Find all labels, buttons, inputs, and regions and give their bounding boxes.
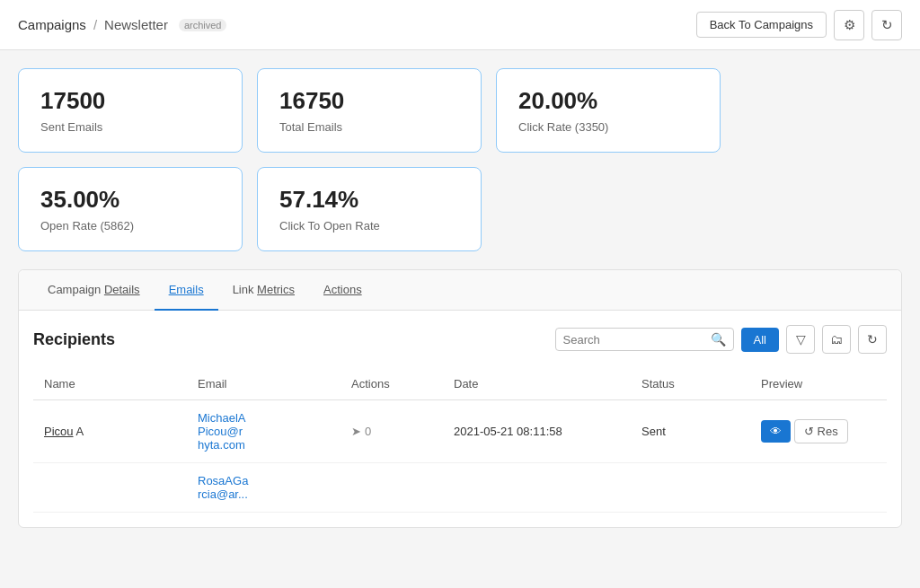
search-box: 🔍 [555, 328, 734, 351]
stat-click-to-open: 57.14% Click To Open Rate [257, 167, 482, 251]
stat-click-rate: 20.00% Click Rate (3350) [496, 68, 721, 153]
search-input[interactable] [563, 333, 707, 347]
filter-icon: ▽ [796, 332, 806, 347]
stat-total-emails: 16750 Total Emails [257, 68, 482, 153]
stat-click-rate-label: Click Rate (3350) [518, 120, 698, 134]
resend-button[interactable]: ↺ Res [794, 419, 848, 443]
tab-content-emails: Recipients 🔍 All ▽ 🗂 ↻ [19, 311, 901, 527]
recipients-table: Name Email Actions Date Status Preview P… [33, 368, 887, 513]
col-header-name: Name [33, 368, 187, 400]
tabs-header: Campaign Details Emails Link Metrics Act… [19, 270, 901, 311]
back-to-campaigns-button[interactable]: Back To Campaigns [696, 12, 827, 38]
col-header-email: Email [187, 368, 341, 400]
archived-badge: archived [179, 19, 227, 31]
main-content: 17500 Sent Emails 16750 Total Emails 20.… [0, 50, 920, 546]
filter-all-button[interactable]: All [741, 328, 779, 352]
table-cell-email: RosaAGarcia@ar... [187, 463, 341, 513]
stat-sent-emails-label: Sent Emails [40, 120, 220, 134]
stat-open-rate-label: Open Rate (5862) [40, 219, 220, 233]
stat-sent-emails-value: 17500 [40, 87, 220, 115]
stat-sent-emails: 17500 Sent Emails [18, 68, 243, 153]
breadcrumb-separator: / [93, 17, 97, 32]
stat-click-to-open-label: Click To Open Rate [279, 219, 459, 233]
refresh-button[interactable]: ↻ [871, 10, 902, 40]
filter-icon-button[interactable]: ▽ [786, 325, 815, 354]
tabs-section: Campaign Details Emails Link Metrics Act… [18, 269, 902, 528]
table-cell-date-2 [443, 463, 631, 513]
table-header-row: Name Email Actions Date Status Preview [33, 368, 887, 400]
table-cell-preview: 👁 ↺ Res [750, 400, 887, 463]
table-cell-date: 2021-05-21 08:11:58 [443, 400, 631, 463]
recipient-email-link[interactable]: MichaelAPicou@rhyta.com [198, 411, 245, 452]
tab-campaign-details[interactable]: Campaign Details [33, 270, 155, 311]
refresh-table-icon: ↻ [867, 332, 878, 347]
table-row: Picou A MichaelAPicou@rhyta.com ➤ 0 2021… [33, 400, 887, 463]
table-cell-email: MichaelAPicou@rhyta.com [187, 400, 341, 463]
stat-open-rate-value: 35.00% [40, 186, 220, 214]
table-cell-actions: ➤ 0 [341, 400, 443, 463]
col-header-actions: Actions [341, 368, 443, 400]
settings-button[interactable]: ⚙ [834, 10, 864, 40]
refresh-table-button[interactable]: ↻ [858, 325, 887, 354]
col-header-date: Date [443, 368, 631, 400]
gear-icon: ⚙ [844, 17, 855, 33]
breadcrumb-current: Newsletter [104, 17, 168, 32]
tab-emails[interactable]: Emails [155, 270, 218, 311]
folder-icon: 🗂 [830, 332, 843, 347]
recipient-email-link-2[interactable]: RosaAGarcia@ar... [198, 474, 248, 501]
header-actions: Back To Campaigns ⚙ ↻ [696, 10, 902, 40]
table-cell-status: Sent [631, 400, 750, 463]
breadcrumb-campaigns: Campaigns [18, 17, 86, 32]
col-header-preview: Preview [750, 368, 887, 400]
stats-grid: 17500 Sent Emails 16750 Total Emails 20.… [18, 68, 902, 251]
tab-actions[interactable]: Actions [309, 270, 376, 311]
stat-total-emails-label: Total Emails [279, 120, 459, 134]
search-icon: 🔍 [711, 332, 726, 347]
breadcrumb: Campaigns / Newsletter archived [18, 17, 226, 32]
actions-count: 0 [365, 425, 371, 438]
table-cell-name [33, 463, 187, 513]
stat-click-to-open-value: 57.14% [279, 186, 459, 214]
preview-eye-button[interactable]: 👁 [761, 420, 791, 443]
folder-icon-button[interactable]: 🗂 [822, 325, 851, 354]
stat-open-rate: 35.00% Open Rate (5862) [18, 167, 243, 251]
refresh-icon: ↻ [881, 17, 893, 33]
table-cell-name: Picou A [33, 400, 187, 463]
recipients-toolbar: Recipients 🔍 All ▽ 🗂 ↻ [33, 325, 887, 354]
recipient-name-link[interactable]: Picou A [44, 425, 84, 438]
col-header-status: Status [631, 368, 750, 400]
table-cell-actions-2 [341, 463, 443, 513]
stat-total-emails-value: 16750 [279, 87, 459, 115]
page-header: Campaigns / Newsletter archived Back To … [0, 0, 920, 50]
toolbar-right: 🔍 All ▽ 🗂 ↻ [555, 325, 887, 354]
table-cell-status-2 [631, 463, 750, 513]
send-icon: ➤ [351, 425, 361, 438]
status-badge: Sent [641, 425, 666, 438]
stat-click-rate-value: 20.00% [518, 87, 698, 115]
table-row: RosaAGarcia@ar... [33, 463, 887, 513]
recipients-title: Recipients [33, 330, 115, 349]
table-cell-preview-2 [750, 463, 887, 513]
tab-link-metrics[interactable]: Link Metrics [218, 270, 309, 311]
